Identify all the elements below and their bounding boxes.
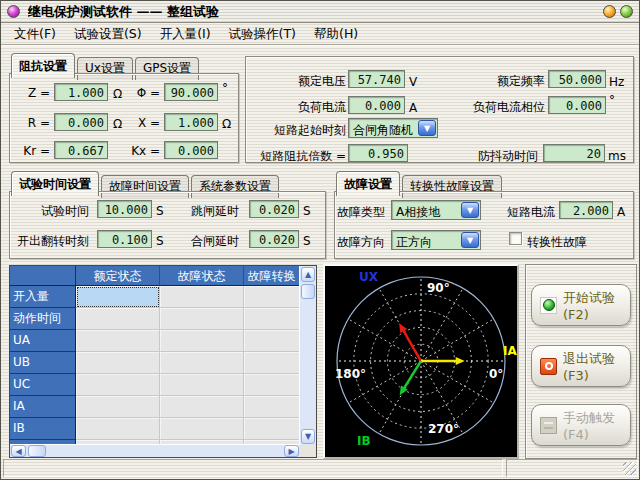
phi-unit: °: [222, 81, 228, 95]
table-cell[interactable]: [160, 396, 244, 418]
short-start-label: 短路起始时刻: [256, 122, 346, 139]
test-time-input[interactable]: 10.000: [97, 200, 152, 218]
load-current-unit: A: [409, 101, 417, 115]
trip-delay-label: 跳闸延时: [150, 203, 239, 220]
minimize-button[interactable]: [603, 5, 616, 18]
z-input[interactable]: 1.000: [54, 83, 108, 101]
load-current-phase-input[interactable]: 0.000: [548, 96, 606, 114]
convert-fault-checkbox[interactable]: [509, 232, 522, 245]
table-cell[interactable]: [244, 374, 300, 396]
scroll-left-icon[interactable]: ◀: [11, 445, 26, 457]
close-delay-input[interactable]: 0.020: [249, 230, 299, 248]
table-row: IB: [10, 418, 300, 440]
table-cell[interactable]: [244, 352, 300, 374]
debounce-input[interactable]: 20: [543, 144, 605, 162]
results-table: 额定状态 故障状态 故障转换 开入量 动作时间 UA UB UC IA IB I…: [9, 265, 317, 458]
table-cell[interactable]: [160, 330, 244, 352]
rated-voltage-input[interactable]: 57.740: [348, 70, 405, 88]
chevron-down-icon[interactable]: ▼: [461, 202, 479, 218]
column-header[interactable]: 故障状态: [160, 266, 244, 286]
x-input[interactable]: 1.000: [164, 113, 218, 131]
load-current-input[interactable]: 0.000: [348, 96, 405, 114]
window-title: 继电保护测试软件 —— 整组试验: [28, 3, 599, 21]
menu-test-settings[interactable]: 试验设置(S): [65, 24, 151, 45]
vertical-scrollbar[interactable]: ▲ ▼: [299, 266, 316, 445]
fault-panel: 故障设置转换性故障设置 故障类型 A相接地 ▼ 短路电流 2.000 A 故障方…: [334, 171, 634, 259]
table-cell[interactable]: [76, 286, 160, 308]
kr-input[interactable]: 0.667: [54, 141, 108, 159]
table-grid: 额定状态 故障状态 故障转换 开入量 动作时间 UA UB UC IA IB I…: [10, 266, 300, 445]
tab-test-time-settings[interactable]: 试验时间设置: [11, 171, 99, 196]
load-current-phase-unit: °: [609, 93, 615, 107]
chevron-down-icon[interactable]: ▼: [461, 232, 479, 248]
horizontal-scrollbar[interactable]: ◀ ▶: [10, 444, 300, 457]
table-cell[interactable]: [76, 418, 160, 440]
table-cell[interactable]: [160, 352, 244, 374]
fault-type-dropdown[interactable]: A相接地 ▼: [391, 200, 481, 220]
table-cell[interactable]: [76, 374, 160, 396]
phasor-label: UX: [359, 270, 378, 284]
kx-label: Kx =: [118, 144, 160, 158]
exit-test-button[interactable]: 退出试验(F3): [531, 345, 631, 387]
scroll-up-icon[interactable]: ▲: [301, 267, 315, 282]
resize-grip[interactable]: [623, 462, 636, 475]
table-cell[interactable]: [76, 352, 160, 374]
phi-input[interactable]: 90.000: [164, 83, 218, 101]
test-time-label: 试验时间: [12, 203, 89, 220]
table-cell[interactable]: [244, 418, 300, 440]
short-z-mult-input[interactable]: 0.950: [348, 144, 408, 162]
column-header[interactable]: 额定状态: [76, 266, 160, 286]
table-cell[interactable]: [76, 330, 160, 352]
short-start-dropdown[interactable]: 合闸角随机 ▼: [348, 118, 438, 138]
trip-delay-input[interactable]: 0.020: [249, 200, 299, 218]
table-cell[interactable]: [244, 308, 300, 330]
table-row: 开入量: [10, 286, 300, 308]
menu-test-operation[interactable]: 试验操作(T): [220, 24, 305, 45]
table-cell[interactable]: [244, 396, 300, 418]
table-cell[interactable]: [160, 308, 244, 330]
table-cell[interactable]: [76, 308, 160, 330]
close-button[interactable]: [620, 5, 633, 18]
start-test-button[interactable]: 开始试验(F2): [531, 284, 631, 326]
column-header[interactable]: 故障转换: [244, 266, 300, 286]
scroll-down-icon[interactable]: ▼: [301, 429, 315, 444]
table-cell[interactable]: [244, 330, 300, 352]
table-cell[interactable]: [76, 396, 160, 418]
flip-time-input[interactable]: 0.100: [97, 230, 152, 248]
menu-help[interactable]: 帮助(H): [305, 24, 367, 45]
phasor-label: IB: [357, 434, 371, 448]
app-window: 继电保护测试软件 —— 整组试验 文件(F) 试验设置(S) 开入量(I) 试验…: [0, 0, 640, 480]
manual-trigger-button: 手动触发(F4): [531, 404, 631, 446]
convert-fault-label: 转换性故障: [527, 234, 587, 251]
fault-direction-dropdown[interactable]: 正方向 ▼: [391, 230, 481, 250]
menu-file[interactable]: 文件(F): [5, 24, 65, 45]
kx-input[interactable]: 0.000: [164, 141, 218, 159]
status-bar-left: [3, 459, 503, 477]
rated-freq-input[interactable]: 50.000: [548, 70, 606, 88]
impedance-tabbody: Z = 1.000 Ω Φ = 90.000 ° R = 0.000 Ω X =…: [9, 73, 239, 163]
short-current-input[interactable]: 2.000: [559, 201, 613, 219]
horizontal-scroll-thumb[interactable]: [28, 445, 46, 457]
menu-input-quantity[interactable]: 开入量(I): [151, 24, 220, 45]
phasor-diagram: UX90°IA180°0°270°IB: [323, 264, 519, 459]
z-label: Z =: [12, 86, 50, 100]
table-cell[interactable]: [244, 286, 300, 308]
vertical-scroll-thumb[interactable]: [301, 284, 315, 299]
table-cell[interactable]: [160, 286, 244, 308]
chevron-down-icon[interactable]: ▼: [418, 120, 436, 136]
tab-impedance-settings[interactable]: 阻抗设置: [11, 53, 75, 78]
table-row: IA: [10, 396, 300, 418]
table-cell[interactable]: [160, 418, 244, 440]
phasor-label: IA: [503, 344, 517, 358]
load-current-phase-label: 负荷电流相位: [426, 99, 545, 116]
table-cell[interactable]: [160, 374, 244, 396]
action-button-panel: 开始试验(F2) 退出试验(F3) 手动触发(F4): [525, 264, 637, 459]
short-current-label: 短路电流: [485, 204, 555, 221]
short-current-unit: A: [617, 205, 625, 219]
tab-fault-settings[interactable]: 故障设置: [336, 171, 400, 196]
table-corner-cell: [10, 266, 76, 286]
flip-time-label: 开出翻转时刻: [12, 233, 89, 250]
r-input[interactable]: 0.000: [54, 113, 108, 131]
start-test-icon: [540, 297, 557, 314]
scroll-right-icon[interactable]: ▶: [284, 445, 299, 457]
